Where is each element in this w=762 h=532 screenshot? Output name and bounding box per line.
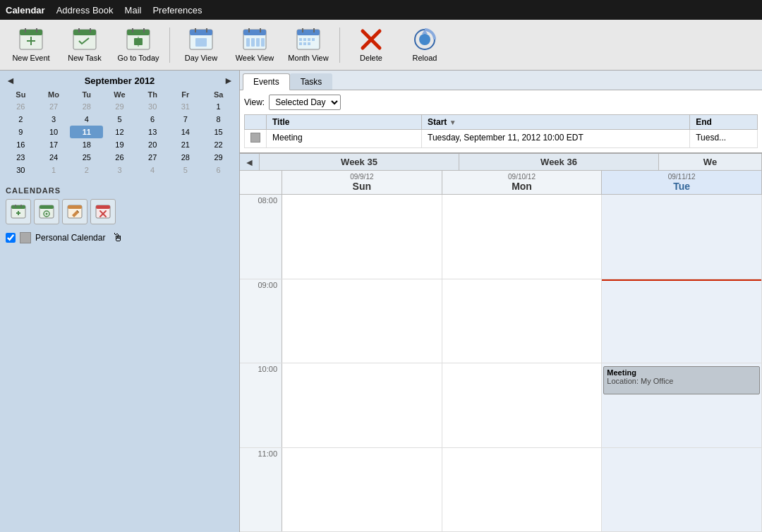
calendar-day[interactable]: 22 xyxy=(202,138,235,151)
day-view-icon xyxy=(188,27,214,52)
prev-week-button[interactable]: ◄ xyxy=(240,154,260,170)
week-view-button[interactable]: Week View xyxy=(229,23,280,68)
day-date-tue: 09/11/12 xyxy=(602,173,761,181)
calendar-day[interactable]: 5 xyxy=(169,164,202,176)
calendar-icon-row xyxy=(6,199,234,224)
edit-calendar-button[interactable] xyxy=(62,199,87,224)
day-cell-mon-11[interactable] xyxy=(442,448,603,532)
calendar-day[interactable]: 30 xyxy=(4,164,37,176)
calendar-day[interactable]: 13 xyxy=(136,126,169,138)
meeting-event-block[interactable]: Meeting Location: My Office xyxy=(603,366,760,394)
calendar-day[interactable]: 2 xyxy=(4,113,37,126)
calendar-day[interactable]: 12 xyxy=(103,126,136,138)
menu-addressbook[interactable]: Address Book xyxy=(56,5,114,16)
calendar-day[interactable]: 20 xyxy=(136,138,169,151)
new-event-button[interactable]: New Event xyxy=(6,23,56,68)
svg-rect-30 xyxy=(297,30,320,35)
remove-calendar-button[interactable] xyxy=(90,199,116,224)
calendar-day[interactable]: 28 xyxy=(70,100,103,113)
toolbar-sep-1 xyxy=(169,28,170,63)
calendar-day[interactable]: 23 xyxy=(4,151,37,164)
calendar-day[interactable]: 2 xyxy=(70,164,103,176)
svg-rect-27 xyxy=(256,38,260,47)
svg-rect-11 xyxy=(127,30,150,35)
event-end-cell: Tuesd... xyxy=(690,130,758,148)
day-cell-tue-08[interactable] xyxy=(602,195,762,279)
calendar-day[interactable]: 6 xyxy=(202,164,235,176)
calendar-day[interactable]: 11 xyxy=(70,126,103,138)
goto-today-label: Go to Today xyxy=(117,54,159,63)
day-cell-sun-10[interactable] xyxy=(282,363,442,447)
calendar-day[interactable]: 4 xyxy=(70,113,103,126)
mini-calendar: ◄ September 2012 ► Su Mo Tu We Th Fr Sa xyxy=(0,71,239,181)
svg-rect-39 xyxy=(308,42,310,45)
day-headers-row: 09/9/12 Sun 09/10/12 Mon 09/11/12 Tue xyxy=(240,171,762,195)
tab-events[interactable]: Events xyxy=(243,73,290,90)
svg-rect-33 xyxy=(299,38,302,41)
day-name-tue: Tue xyxy=(602,181,761,192)
new-calendar-button[interactable] xyxy=(6,199,31,224)
calendar-day[interactable]: 1 xyxy=(37,164,71,176)
calendar-day[interactable]: 17 xyxy=(37,138,71,151)
calendar-day[interactable]: 28 xyxy=(169,151,202,164)
goto-today-button[interactable]: Go to Today xyxy=(113,23,164,68)
calendar-day[interactable]: 10 xyxy=(37,126,71,138)
calendar-day[interactable]: 21 xyxy=(169,138,202,151)
calendar-day[interactable]: 9 xyxy=(4,126,37,138)
day-cell-sun-11[interactable] xyxy=(282,448,442,532)
calendar-day[interactable]: 7 xyxy=(169,113,202,126)
calendar-day[interactable]: 3 xyxy=(103,164,136,176)
view-select[interactable]: Selected Day All Events Today xyxy=(269,95,341,110)
week36-label: Week 36 xyxy=(459,154,659,170)
calendar-day[interactable]: 31 xyxy=(169,100,202,113)
calendar-day[interactable]: 26 xyxy=(4,100,37,113)
calendar-day[interactable]: 15 xyxy=(202,126,235,138)
personal-calendar-checkbox[interactable] xyxy=(6,233,16,243)
day-cell-tue-10[interactable]: Meeting Location: My Office xyxy=(602,363,762,447)
prev-month-button[interactable]: ◄ xyxy=(4,75,17,86)
dow-we: We xyxy=(103,89,136,100)
next-month-button[interactable]: ► xyxy=(222,75,235,86)
delete-button[interactable]: Delete xyxy=(346,23,397,68)
calendar-day[interactable]: 8 xyxy=(202,113,235,126)
menu-preferences[interactable]: Preferences xyxy=(152,5,202,16)
calendar-day[interactable]: 24 xyxy=(37,151,71,164)
calendar-day[interactable]: 19 xyxy=(103,138,136,151)
calendar-day[interactable]: 3 xyxy=(37,113,71,126)
calendar-day[interactable]: 14 xyxy=(169,126,202,138)
menu-calendar[interactable]: Calendar xyxy=(6,5,45,16)
month-view-button[interactable]: Month View xyxy=(283,23,334,68)
day-cell-mon-08[interactable] xyxy=(442,195,603,279)
calendar-day[interactable]: 4 xyxy=(136,164,169,176)
calendar-day[interactable]: 26 xyxy=(103,151,136,164)
calendar-day[interactable]: 5 xyxy=(103,113,136,126)
time-label-08: 08:00 xyxy=(240,195,282,279)
day-cell-tue-11[interactable] xyxy=(602,448,762,532)
tab-tasks[interactable]: Tasks xyxy=(290,73,333,90)
table-row[interactable]: Meeting Tuesday, September 11, 2012 10:0… xyxy=(245,130,758,148)
day-cell-mon-09[interactable] xyxy=(442,279,603,363)
menu-mail[interactable]: Mail xyxy=(125,5,142,16)
day-cell-tue-09[interactable] xyxy=(602,279,762,363)
day-cell-sun-09[interactable] xyxy=(282,279,442,363)
event-color-swatch xyxy=(250,133,260,143)
calendar-day[interactable]: 16 xyxy=(4,138,37,151)
day-view-button[interactable]: Day View xyxy=(176,23,226,68)
svg-rect-25 xyxy=(246,38,250,47)
calendar-day[interactable]: 30 xyxy=(136,100,169,113)
calendar-day[interactable]: 18 xyxy=(70,138,103,151)
day-cell-sun-08[interactable] xyxy=(282,195,442,279)
reload-button[interactable]: Reload xyxy=(399,23,450,68)
day-cell-mon-10[interactable] xyxy=(442,363,603,447)
calendar-day[interactable]: 1 xyxy=(202,100,235,113)
main-layout: ◄ September 2012 ► Su Mo Tu We Th Fr Sa xyxy=(0,71,762,532)
calendar-day[interactable]: 27 xyxy=(136,151,169,164)
calendar-day[interactable]: 29 xyxy=(202,151,235,164)
calendar-day[interactable]: 29 xyxy=(103,100,136,113)
calendar-day[interactable]: 27 xyxy=(37,100,71,113)
new-task-button[interactable]: New Task xyxy=(59,23,110,68)
calendar-day[interactable]: 6 xyxy=(136,113,169,126)
calendar-day[interactable]: 25 xyxy=(70,151,103,164)
subscribe-calendar-button[interactable] xyxy=(34,199,59,224)
svg-point-43 xyxy=(419,34,430,45)
